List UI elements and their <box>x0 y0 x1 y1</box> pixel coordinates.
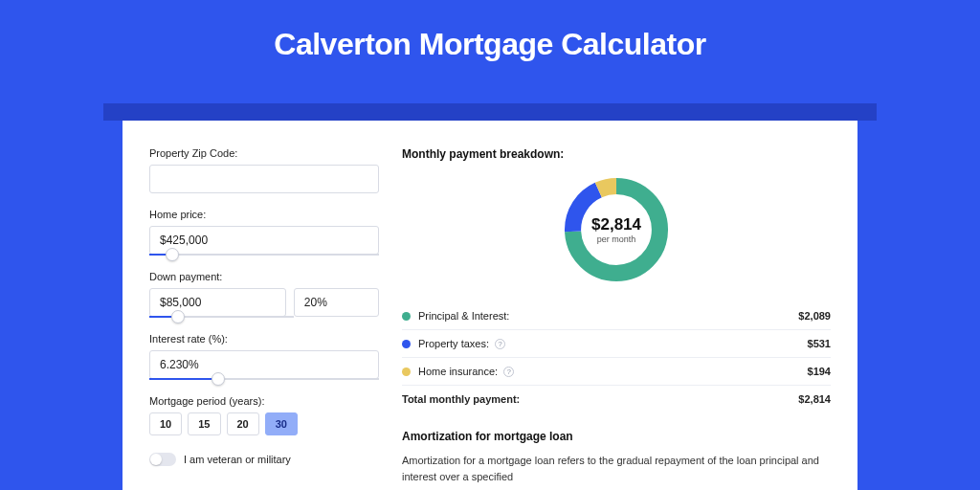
legend-row-principal: Principal & Interest: $2,089 <box>402 302 831 330</box>
donut-sub: per month <box>591 234 641 244</box>
interest-rate-input[interactable] <box>149 350 379 379</box>
slider-thumb[interactable] <box>166 248 179 261</box>
amortization-title: Amortization for mortgage loan <box>402 430 831 443</box>
legend-row-total: Total monthly payment: $2,814 <box>402 386 831 412</box>
dot-icon <box>402 312 411 321</box>
zip-label: Property Zip Code: <box>149 147 379 159</box>
info-icon[interactable]: ? <box>503 367 514 377</box>
interest-rate-slider[interactable] <box>149 378 379 380</box>
home-price-input[interactable] <box>149 226 379 255</box>
legend-value: $194 <box>808 366 831 377</box>
interest-rate-label: Interest rate (%): <box>149 333 379 345</box>
donut-chart: $2,814 per month <box>559 172 674 287</box>
veteran-label: I am veteran or military <box>184 454 291 465</box>
period-buttons: 10 15 20 30 <box>149 412 379 435</box>
slider-thumb[interactable] <box>212 372 225 386</box>
legend-label: Home insurance: <box>418 366 498 377</box>
zip-input[interactable] <box>149 165 379 193</box>
down-payment-label: Down payment: <box>149 271 379 282</box>
inputs-column: Property Zip Code: Home price: Down paym… <box>149 147 379 490</box>
slider-thumb[interactable] <box>171 310 185 323</box>
legend-label: Total monthly payment: <box>402 393 520 405</box>
down-payment-input[interactable] <box>149 288 286 317</box>
calculator-card: Property Zip Code: Home price: Down paym… <box>122 121 858 490</box>
amortization-text: Amortization for a mortgage loan refers … <box>402 453 831 484</box>
home-price-slider[interactable] <box>149 254 379 256</box>
page-title: Calverton Mortgage Calculator <box>0 0 980 83</box>
card-top-shadow <box>103 103 877 121</box>
down-payment-pct-input[interactable] <box>294 288 379 317</box>
slider-fill <box>149 378 218 380</box>
period-btn-10[interactable]: 10 <box>149 412 182 435</box>
donut-center: $2,814 per month <box>591 215 641 244</box>
breakdown-title: Monthly payment breakdown: <box>402 147 831 161</box>
legend-label: Principal & Interest: <box>418 310 509 322</box>
legend-row-insurance: Home insurance: ? $194 <box>402 358 831 386</box>
veteran-row: I am veteran or military <box>149 453 379 466</box>
home-price-label: Home price: <box>149 209 379 220</box>
toggle-knob <box>150 454 162 465</box>
dot-icon <box>402 340 411 348</box>
down-payment-slider[interactable] <box>149 316 294 318</box>
legend-row-taxes: Property taxes: ? $531 <box>402 330 831 358</box>
period-label: Mortgage period (years): <box>149 395 379 407</box>
legend: Principal & Interest: $2,089 Property ta… <box>402 302 831 412</box>
legend-label: Property taxes: <box>418 338 489 349</box>
donut-chart-wrap: $2,814 per month <box>402 172 831 287</box>
legend-value: $531 <box>808 338 831 349</box>
legend-value: $2,814 <box>798 393 831 405</box>
dot-icon <box>402 368 411 376</box>
breakdown-column: Monthly payment breakdown: $2,814 per mo… <box>402 147 831 490</box>
donut-amount: $2,814 <box>591 215 641 234</box>
period-btn-15[interactable]: 15 <box>188 412 220 435</box>
legend-value: $2,089 <box>798 310 831 322</box>
period-btn-30[interactable]: 30 <box>265 412 298 435</box>
info-icon[interactable]: ? <box>495 339 505 349</box>
period-btn-20[interactable]: 20 <box>227 412 259 435</box>
veteran-toggle[interactable] <box>149 453 176 466</box>
